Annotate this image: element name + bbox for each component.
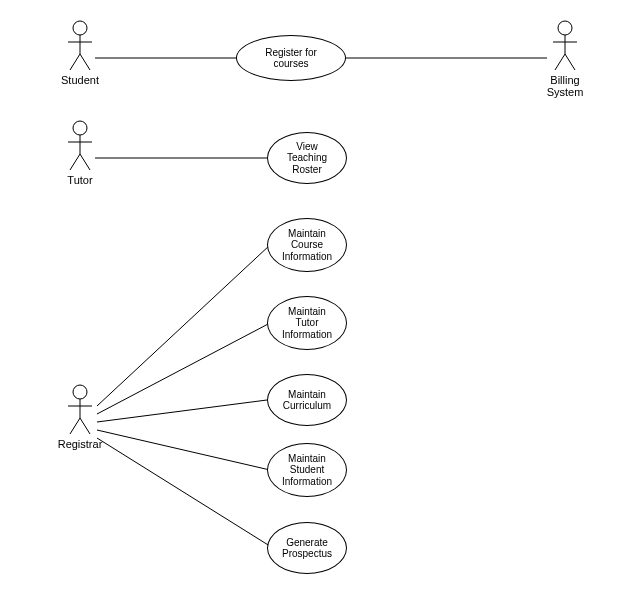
stick-figure-icon xyxy=(65,384,95,436)
usecase-maintain-student-information: Maintain Student Information xyxy=(267,443,347,497)
usecase-maintain-tutor-information: Maintain Tutor Information xyxy=(267,296,347,350)
usecase-label: Maintain Curriculum xyxy=(283,389,331,412)
usecase-register-for-courses: Register for courses xyxy=(236,35,346,81)
use-case-diagram: Student Billing System Tutor Reg xyxy=(0,0,621,602)
usecase-maintain-curriculum: Maintain Curriculum xyxy=(267,374,347,426)
svg-line-21 xyxy=(70,154,80,170)
actor-tutor: Tutor xyxy=(50,120,110,186)
svg-line-6 xyxy=(97,430,270,470)
actor-label: Registrar xyxy=(50,438,110,450)
svg-line-4 xyxy=(97,323,270,414)
actor-label: Tutor xyxy=(50,174,110,186)
svg-point-13 xyxy=(558,21,572,35)
actor-label: Billing System xyxy=(535,74,595,98)
svg-line-7 xyxy=(97,438,273,548)
stick-figure-icon xyxy=(550,20,580,72)
actor-registrar: Registrar xyxy=(50,384,110,450)
svg-line-11 xyxy=(70,54,80,70)
actor-student: Student xyxy=(50,20,110,86)
actor-billing-system: Billing System xyxy=(535,20,595,98)
svg-line-5 xyxy=(97,400,267,422)
usecase-generate-prospectus: Generate Prospectus xyxy=(267,522,347,574)
svg-point-8 xyxy=(73,21,87,35)
stick-figure-icon xyxy=(65,120,95,172)
usecase-label: Maintain Student Information xyxy=(282,453,332,488)
usecase-label: Maintain Course Information xyxy=(282,228,332,263)
usecase-label: View Teaching Roster xyxy=(287,141,327,176)
usecase-label: Generate Prospectus xyxy=(282,537,332,560)
svg-line-16 xyxy=(555,54,565,70)
svg-line-22 xyxy=(80,154,90,170)
usecase-maintain-course-information: Maintain Course Information xyxy=(267,218,347,272)
usecase-label: Maintain Tutor Information xyxy=(282,306,332,341)
stick-figure-icon xyxy=(65,20,95,72)
svg-point-23 xyxy=(73,385,87,399)
svg-line-26 xyxy=(70,418,80,434)
svg-point-18 xyxy=(73,121,87,135)
usecase-view-teaching-roster: View Teaching Roster xyxy=(267,132,347,184)
usecase-label: Register for courses xyxy=(265,47,317,70)
svg-line-27 xyxy=(80,418,90,434)
svg-line-12 xyxy=(80,54,90,70)
actor-label: Student xyxy=(50,74,110,86)
svg-line-3 xyxy=(97,245,270,406)
svg-line-17 xyxy=(565,54,575,70)
